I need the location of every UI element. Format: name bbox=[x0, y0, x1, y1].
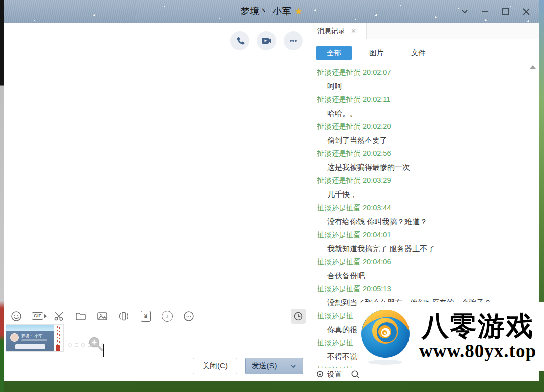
left-edge-window-sliver bbox=[0, 0, 4, 392]
thumbnail-card-button bbox=[15, 344, 45, 349]
emoji-button[interactable] bbox=[10, 310, 22, 322]
message-text-line: 几千快， bbox=[317, 187, 537, 201]
send-button-label: 发送(S) bbox=[251, 361, 277, 371]
call-buttons bbox=[230, 31, 303, 50]
message-text-line: 合伙备份吧 bbox=[317, 269, 537, 282]
video-call-button[interactable] bbox=[257, 31, 276, 50]
clock-icon bbox=[293, 311, 303, 321]
star-badge-icon: ★ bbox=[295, 7, 303, 16]
send-options-button[interactable] bbox=[283, 358, 303, 374]
thumbnail-card-banner bbox=[6, 325, 54, 331]
send-image-button[interactable] bbox=[96, 310, 108, 322]
message-sender-line: 扯淡还是扯蛋 20:04:06 bbox=[317, 255, 537, 269]
message-text-line: 我就知道我搞完了 服务器上不了 bbox=[317, 242, 537, 255]
message-input-area[interactable]: 梦境丶 小军 bbox=[4, 323, 310, 357]
settings-gear-icon bbox=[316, 370, 324, 379]
chevron-down-icon bbox=[460, 7, 470, 17]
message-sender-line: 扯淡还是扯蛋 20:02:11 bbox=[317, 93, 537, 106]
message-sender-line: 扯淡还是扯蛋 20:03:29 bbox=[317, 174, 537, 187]
pasted-image-thumbnail[interactable]: 梦境丶 小军 bbox=[6, 325, 63, 351]
filter-images[interactable]: 图片 bbox=[369, 46, 384, 60]
more-actions-button[interactable] bbox=[284, 31, 303, 50]
watermark-text: 八零游戏 www.80yx.top bbox=[412, 312, 544, 362]
more-circle-icon bbox=[183, 310, 195, 322]
watermark-logo-icon bbox=[359, 308, 412, 366]
gif-icon: GIF bbox=[32, 312, 43, 320]
maximize-button[interactable] bbox=[500, 6, 512, 18]
message-sender-line: 扯淡还是扯蛋 20:04:01 bbox=[317, 228, 537, 242]
message-history-button[interactable] bbox=[291, 309, 306, 324]
thumbnail-avatar bbox=[10, 333, 19, 342]
watermark-title: 八零游戏 bbox=[412, 312, 544, 340]
minimize-button[interactable] bbox=[479, 6, 491, 18]
message-sender-line: 扯淡还是扯蛋 20:02:07 bbox=[317, 66, 537, 79]
red-packet-button[interactable]: ¥ bbox=[140, 310, 152, 322]
minimize-icon bbox=[480, 7, 490, 17]
text-caret bbox=[103, 344, 104, 357]
folder-icon bbox=[75, 310, 87, 322]
shake-phone-icon bbox=[118, 310, 130, 322]
smiley-icon bbox=[10, 310, 22, 322]
tab-title: 消息记录 bbox=[317, 27, 345, 36]
send-button[interactable]: 发送(S) bbox=[245, 358, 283, 374]
watermark-url: www.80yx.top bbox=[412, 340, 544, 362]
music-note-coin-icon: ♪ bbox=[162, 311, 173, 322]
message-text-line: 哈哈。。 bbox=[317, 106, 537, 120]
thumbnail-red-scroll-image bbox=[54, 325, 63, 351]
window-controls bbox=[459, 0, 532, 23]
history-filterbar: 全部 图片 文件 bbox=[310, 39, 539, 63]
filter-files[interactable]: 文件 bbox=[411, 46, 426, 60]
message-sender-line: 扯淡还是扯蛋 20:02:20 bbox=[317, 120, 537, 133]
gif-camera-nub-icon bbox=[44, 314, 47, 319]
close-icon bbox=[521, 7, 531, 17]
image-icon bbox=[96, 310, 108, 322]
video-camera-icon bbox=[261, 35, 272, 46]
chat-pane: GIF bbox=[4, 23, 310, 381]
phone-icon bbox=[235, 36, 245, 46]
settings-button[interactable]: 设置 bbox=[327, 370, 342, 379]
gif-button[interactable]: GIF bbox=[32, 310, 44, 322]
close-button[interactable] bbox=[520, 6, 532, 18]
thumbnail-profile-card: 梦境丶 小军 bbox=[6, 325, 54, 351]
thumbnail-card-subtext bbox=[21, 339, 47, 341]
tip-button[interactable]: ♪ bbox=[161, 310, 173, 322]
close-button-label: 关闭(C) bbox=[202, 361, 228, 371]
thumbnail-card-title: 梦境丶 小军 bbox=[21, 333, 42, 339]
message-text-line: 没有给你钱 你叫我搞？难道？ bbox=[317, 215, 537, 228]
close-chat-button[interactable]: 关闭(C) bbox=[193, 358, 237, 374]
message-sender-line: 扯淡还是扯蛋 20:03:44 bbox=[317, 201, 537, 215]
message-text-line: 偷到了当然不要了 bbox=[317, 133, 537, 147]
voice-call-button[interactable] bbox=[230, 31, 249, 50]
message-text-line: 这是我被骗得最惨的一次 bbox=[317, 160, 537, 174]
ellipsis-icon bbox=[288, 35, 299, 46]
desktop: 梦境丶 小军 ★ bbox=[0, 0, 544, 392]
filter-all[interactable]: 全部 bbox=[316, 46, 352, 60]
watermark: 八零游戏 www.80yx.top bbox=[357, 302, 544, 371]
message-text-line: 呵呵 bbox=[317, 79, 537, 93]
send-file-button[interactable] bbox=[75, 310, 87, 322]
tab-message-history[interactable]: 消息记录 ✕ bbox=[310, 23, 367, 39]
more-tools-button[interactable] bbox=[183, 310, 195, 322]
zoom-in-cursor-icon bbox=[87, 335, 104, 354]
message-sender-line: 扯淡还是扯蛋 20:02:56 bbox=[317, 147, 537, 160]
send-button-group: 发送(S) bbox=[245, 358, 303, 374]
tab-close-icon[interactable]: ✕ bbox=[351, 27, 356, 35]
scrollbar-up-arrow[interactable] bbox=[530, 65, 536, 69]
scissors-icon bbox=[53, 310, 65, 322]
screenshot-button[interactable] bbox=[53, 310, 65, 322]
chevron-down-icon bbox=[289, 362, 297, 370]
message-sender-line: 扯淡还是扯蛋 20:05:13 bbox=[317, 282, 537, 296]
collapse-chevron-button[interactable] bbox=[459, 6, 471, 18]
titlebar[interactable]: 梦境丶 小军 ★ bbox=[4, 0, 539, 23]
history-tabbar: 消息记录 ✕ bbox=[310, 23, 539, 39]
yen-wallet-icon: ¥ bbox=[141, 311, 151, 322]
window-shake-button[interactable] bbox=[118, 310, 130, 322]
composer-toolbar: GIF bbox=[4, 307, 310, 325]
maximize-icon bbox=[501, 7, 511, 17]
